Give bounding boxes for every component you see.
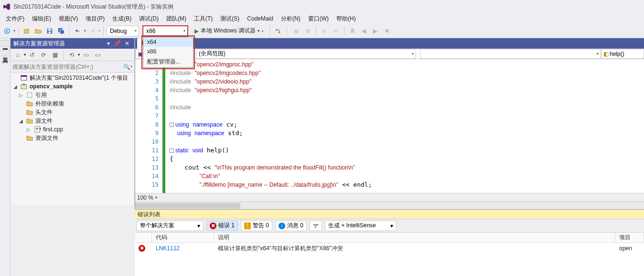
editor-navbar: ▣ opencv ▾ (全局范围) ▾ ▾ ◧ help() — [135, 49, 644, 59]
close-icon[interactable]: ✕ — [123, 40, 131, 47]
error-list-header: 代码 说明 项目 — [135, 233, 644, 243]
col-desc[interactable]: 说明 — [214, 233, 615, 243]
tree-item[interactable]: 资源文件 — [11, 134, 134, 142]
menu-team[interactable]: 团队(M) — [163, 14, 189, 24]
editor-statusbar: 100 % ▾ — [135, 193, 644, 202]
home-icon[interactable]: ⌂ — [12, 50, 23, 60]
solution-explorer-search[interactable]: 🔍 ▾ — [11, 61, 134, 73]
window-titlebar: Sln20170314Code - Microsoft Visual Studi… — [0, 0, 644, 13]
error-row[interactable]: ✖LNK1112模块计算机类型"x64"与目标计算机类型"X86"冲突open — [135, 243, 644, 254]
horizontal-scrollbar[interactable] — [135, 202, 644, 209]
redo-icon[interactable] — [87, 26, 97, 36]
new-project-icon[interactable] — [21, 26, 32, 36]
tree-item[interactable]: 外部依赖项 — [11, 99, 134, 108]
window-title: Sln20170314Code - Microsoft Visual Studi… — [13, 3, 173, 11]
tree-item[interactable]: ▷引用 — [11, 91, 134, 99]
code-area[interactable]: 123456789101112131415 #include "opencv2/… — [135, 59, 644, 193]
svg-rect-3 — [48, 29, 52, 31]
menu-project[interactable]: 项目(P) — [83, 14, 107, 24]
show-all-icon[interactable]: ▦ — [50, 50, 60, 60]
solution-platform-combo[interactable]: x86 ▾ x64 x86 配置管理器... — [143, 26, 188, 36]
nav-scope-label: (全局范围) — [199, 50, 225, 58]
save-icon[interactable] — [44, 26, 55, 36]
menu-help[interactable]: 帮助(H) — [333, 14, 359, 24]
uncomment-icon[interactable]: ≡ — [331, 26, 341, 36]
errors-tab[interactable]: ✖ 错误 1 — [206, 221, 238, 231]
nav-member-combo[interactable]: ◧ help() — [601, 49, 644, 59]
warning-icon: ! — [244, 223, 251, 229]
col-code[interactable]: 代码 — [152, 233, 214, 243]
search-icon: 🔍 — [123, 64, 130, 70]
code-lines[interactable]: #include "opencv2/imgproc.hpp"#include "… — [163, 59, 644, 193]
server-explorer-tab[interactable]: 服务器资源管理器 — [0, 40, 11, 47]
error-scope-combo[interactable]: 整个解决方案 ▾ — [137, 221, 204, 231]
error-source-combo[interactable]: 生成 + IntelliSense ▾ — [325, 221, 397, 231]
messages-tab[interactable]: i 消息 0 — [275, 221, 307, 231]
collapse-icon[interactable]: ↺ — [27, 50, 37, 60]
bookmark-next-icon[interactable]: ▶ — [370, 26, 381, 36]
undo-icon[interactable] — [73, 26, 83, 36]
menu-codemaid[interactable]: CodeMaid — [244, 14, 276, 23]
panel-dropdown-icon[interactable]: ▾ — [105, 40, 112, 47]
nav-scope-combo[interactable]: (全局范围) ▾ — [196, 49, 416, 59]
start-debug-button[interactable]: ▶ 本地 Windows 调试器 ▾ ▪ — [192, 26, 267, 36]
solution-platform-value: x86 — [146, 28, 155, 34]
solution-explorer-toolbar: ⌂ ▾ ↺ ⟳ ▦ ⟲ ▾ ▭ ▭ — [11, 49, 134, 61]
bookmark-clear-icon[interactable]: ✖ — [382, 26, 392, 36]
menu-debug[interactable]: 调试(D) — [136, 14, 161, 24]
solution-explorer-title: 解决方案资源管理器 — [13, 40, 65, 48]
solution-explorer-search-input[interactable] — [12, 64, 123, 70]
refresh-icon[interactable]: ⟲ — [66, 50, 77, 60]
save-all-icon[interactable] — [56, 26, 66, 36]
outdent-icon[interactable]: ≣ — [291, 26, 301, 36]
platform-option-x86[interactable]: x86 — [143, 47, 193, 56]
scrollbar-thumb[interactable] — [135, 203, 240, 209]
col-proj[interactable]: 项目 — [615, 233, 644, 243]
error-list-rows: ✖LNK1112模块计算机类型"x64"与目标计算机类型"X86"冲突open — [135, 243, 644, 254]
menu-tools[interactable]: 工具(T) — [191, 14, 215, 24]
properties-icon[interactable]: ▭ — [81, 50, 91, 60]
toolbox-tab[interactable]: 工具箱 — [0, 50, 11, 56]
sync-icon[interactable]: ⟳ — [38, 50, 49, 60]
solution-explorer-titlebar: 解决方案资源管理器 ▾ 📌 ✕ — [11, 38, 134, 49]
menu-file[interactable]: 文件(F) — [3, 14, 27, 24]
menu-build[interactable]: 生成(B) — [109, 14, 134, 24]
menu-test[interactable]: 测试(S) — [217, 14, 242, 24]
svg-rect-4 — [48, 31, 51, 33]
menu-analyze[interactable]: 分析(N) — [278, 14, 303, 24]
bookmark-prev-icon[interactable]: ◀ — [359, 26, 369, 36]
error-list-panel: 错误列表 整个解决方案 ▾ ✖ 错误 1 ! 警告 0 i 消息 0 🝖 生成 … — [135, 209, 644, 276]
menu-edit[interactable]: 编辑(E) — [29, 14, 54, 24]
code-editor: first.cpp ▣ opencv ▾ (全局范围) ▾ ▾ ◧ help()… — [135, 38, 644, 209]
pin-icon[interactable]: 📌 — [112, 40, 123, 47]
platform-option-config-manager[interactable]: 配置管理器... — [143, 56, 193, 67]
bookmark-icon[interactable] — [347, 26, 358, 36]
tree-item[interactable]: ◢源文件 — [11, 117, 134, 125]
chevron-down-icon: ▾ — [135, 29, 137, 33]
open-file-icon[interactable] — [33, 26, 43, 36]
platform-option-x64[interactable]: x64 — [143, 37, 193, 47]
svg-rect-10 — [27, 93, 32, 97]
indent-icon[interactable]: ≣ — [302, 26, 313, 36]
filter-button[interactable]: 🝖 — [310, 221, 322, 231]
svg-rect-6 — [60, 30, 64, 34]
warnings-tab[interactable]: ! 警告 0 — [241, 221, 272, 231]
comment-icon[interactable]: ≡ — [319, 26, 330, 36]
tree-item[interactable]: ◢opencv_sample — [11, 82, 134, 91]
preview-icon[interactable]: ▭ — [92, 50, 103, 60]
menu-view[interactable]: 视图(V) — [56, 14, 81, 24]
svg-rect-8 — [21, 75, 27, 77]
zoom-level[interactable]: 100 % — [137, 194, 153, 201]
solution-tree: 解决方案"Sln20170314Code"(1 个项目◢opencv_sampl… — [11, 73, 134, 205]
tree-item[interactable]: 解决方案"Sln20170314Code"(1 个项目 — [11, 74, 134, 82]
error-list-title: 错误列表 — [135, 210, 644, 219]
messages-count-label: 消息 0 — [287, 222, 303, 230]
nav-back-button[interactable] — [2, 26, 12, 36]
tree-item[interactable]: 头文件 — [11, 108, 134, 117]
step-icon[interactable] — [273, 26, 283, 36]
warnings-count-label: 警告 0 — [253, 222, 269, 230]
tree-item[interactable]: ▷++first.cpp — [11, 125, 134, 134]
error-list-toolbar: 整个解决方案 ▾ ✖ 错误 1 ! 警告 0 i 消息 0 🝖 生成 + Int… — [135, 219, 644, 233]
solution-config-combo[interactable]: Debug ▾ — [107, 26, 139, 36]
menu-window[interactable]: 窗口(W) — [305, 14, 332, 24]
